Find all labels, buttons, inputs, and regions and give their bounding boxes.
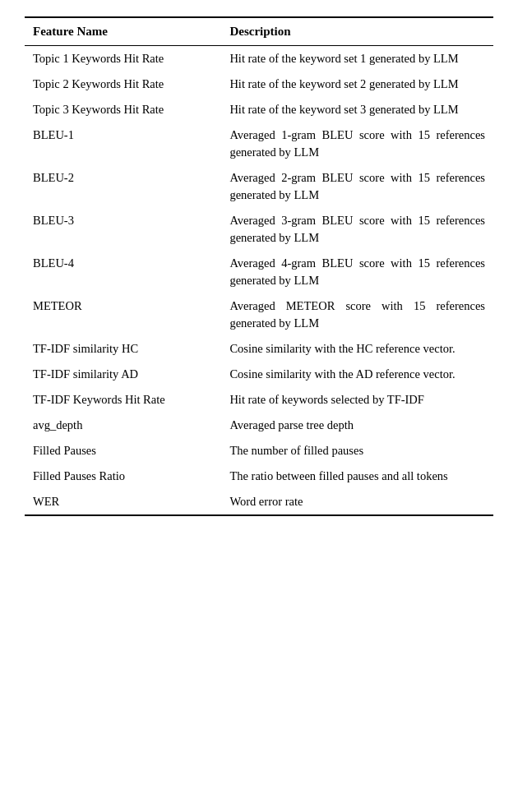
description-cell: The number of filled pauses [221,438,493,464]
description-cell: Averaged 3-gram BLEU score with 15 refer… [221,208,493,251]
description-cell: Word error rate [221,489,493,515]
table-row: BLEU-1Averaged 1-gram BLEU score with 15… [25,122,493,165]
table-row: WERWord error rate [25,489,493,515]
feature-name-cell: Filled Pauses Ratio [25,464,221,489]
column-header-feature: Feature Name [25,17,221,46]
description-cell: Hit rate of the keyword set 2 generated … [221,72,493,97]
column-header-description: Description [221,17,493,46]
table-row: Topic 2 Keywords Hit RateHit rate of the… [25,72,493,97]
description-cell: Averaged parse tree depth [221,413,493,438]
feature-name-cell: BLEU-3 [25,208,221,251]
table-row: Filled PausesThe number of filled pauses [25,438,493,464]
feature-name-cell: Topic 2 Keywords Hit Rate [25,72,221,97]
table-row: avg_depthAveraged parse tree depth [25,413,493,438]
table-row: TF-IDF similarity ADCosine similarity wi… [25,362,493,387]
table-row: Topic 1 Keywords Hit RateHit rate of the… [25,46,493,72]
description-cell: Averaged 2-gram BLEU score with 15 refer… [221,165,493,208]
table-row: Topic 3 Keywords Hit RateHit rate of the… [25,97,493,122]
description-cell: The ratio between filled pauses and all … [221,464,493,489]
features-table: Feature Name Description Topic 1 Keyword… [25,16,493,516]
feature-name-cell: Topic 3 Keywords Hit Rate [25,97,221,122]
feature-name-cell: TF-IDF similarity AD [25,362,221,387]
description-cell: Hit rate of the keyword set 3 generated … [221,97,493,122]
table-row: METEORAveraged METEOR score with 15 refe… [25,293,493,336]
feature-name-cell: avg_depth [25,413,221,438]
description-cell: Cosine similarity with the HC reference … [221,336,493,362]
feature-name-cell: TF-IDF similarity HC [25,336,221,362]
table-row: TF-IDF Keywords Hit RateHit rate of keyw… [25,387,493,413]
feature-name-cell: METEOR [25,293,221,336]
feature-name-cell: Filled Pauses [25,438,221,464]
table-row: TF-IDF similarity HCCosine similarity wi… [25,336,493,362]
description-cell: Cosine similarity with the AD reference … [221,362,493,387]
table-row: BLEU-4Averaged 4-gram BLEU score with 15… [25,251,493,293]
feature-name-cell: BLEU-2 [25,165,221,208]
description-cell: Hit rate of keywords selected by TF-IDF [221,387,493,413]
feature-name-cell: TF-IDF Keywords Hit Rate [25,387,221,413]
table-row: BLEU-3Averaged 3-gram BLEU score with 15… [25,208,493,251]
description-cell: Hit rate of the keyword set 1 generated … [221,46,493,72]
description-cell: Averaged METEOR score with 15 references… [221,293,493,336]
description-cell: Averaged 1-gram BLEU score with 15 refer… [221,122,493,165]
feature-name-cell: Topic 1 Keywords Hit Rate [25,46,221,72]
feature-name-cell: BLEU-4 [25,251,221,293]
feature-name-cell: WER [25,489,221,515]
table-row: Filled Pauses RatioThe ratio between fil… [25,464,493,489]
description-cell: Averaged 4-gram BLEU score with 15 refer… [221,251,493,293]
feature-name-cell: BLEU-1 [25,122,221,165]
table-row: BLEU-2Averaged 2-gram BLEU score with 15… [25,165,493,208]
